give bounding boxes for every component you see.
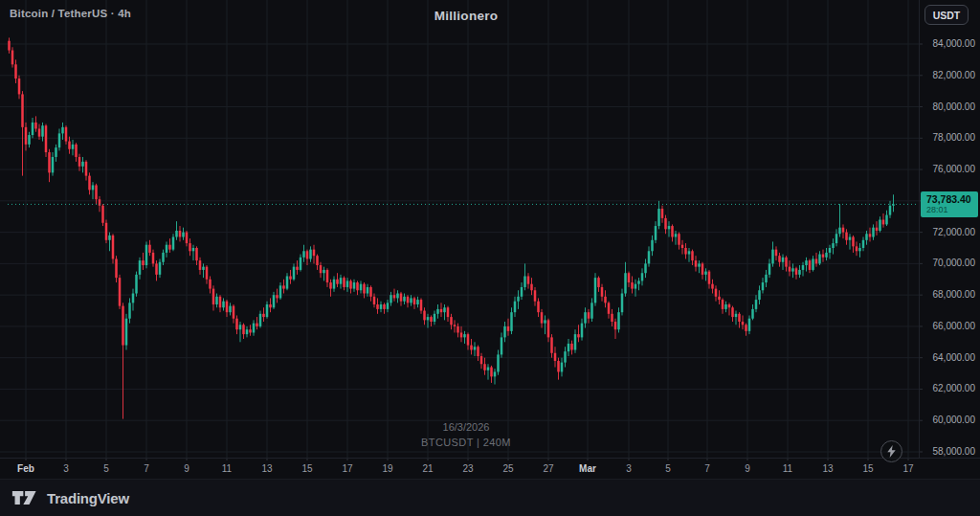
price-axis[interactable]: 84,000.0082,000.0080,000.0078,000.0076,0…	[919, 0, 980, 458]
time-axis-label: 11	[222, 463, 232, 474]
price-axis-label: 78,000.00	[933, 132, 976, 143]
price-axis-label: 58,000.00	[933, 446, 976, 457]
time-axis-label: 9	[184, 463, 189, 474]
time-axis-label: Mar	[579, 463, 596, 474]
time-axis-label: Feb	[17, 463, 34, 474]
time-axis[interactable]: Feb3579111315171921232527Mar357911131517	[0, 458, 980, 480]
price-axis-label: 68,000.00	[933, 289, 976, 300]
time-axis-label: 23	[462, 463, 473, 474]
price-axis-label: 76,000.00	[933, 164, 976, 174]
price-axis-label: 84,000.00	[933, 38, 976, 49]
bar-countdown: 28:01	[926, 205, 978, 215]
time-axis-label: 21	[422, 463, 433, 474]
time-axis-label: 9	[745, 463, 750, 474]
time-axis-label: 11	[783, 463, 792, 474]
time-axis-label: 27	[543, 463, 553, 474]
time-axis-label: 25	[502, 463, 513, 474]
candles	[8, 37, 895, 418]
price-axis-label: 70,000.00	[933, 258, 976, 268]
watermark-symbol: BTCUSDT | 240M	[421, 437, 511, 448]
price-axis-label: 64,000.00	[933, 352, 976, 363]
price-axis-label: 66,000.00	[933, 321, 976, 331]
price-axis-label: 80,000.00	[933, 101, 976, 112]
last-price-label: 73,783.40 28:01	[921, 191, 978, 217]
price-axis-label: 72,000.00	[933, 227, 976, 237]
symbol-title[interactable]: Bitcoin / TetherUS · 4h	[10, 8, 131, 19]
instant-trading-button[interactable]	[880, 440, 902, 462]
time-axis-label: 13	[261, 463, 272, 474]
time-axis-label: 3	[626, 463, 632, 474]
lightning-icon	[886, 445, 897, 458]
chart-root: Bitcoin / TetherUS · 4h Millionero USDT …	[0, 0, 980, 516]
tradingview-logo	[11, 489, 40, 506]
price-axis-label: 62,000.00	[933, 383, 976, 393]
grid-lines	[0, 0, 923, 460]
time-axis-label: 17	[902, 463, 913, 474]
time-axis-label: 15	[862, 463, 873, 474]
time-axis-label: 15	[301, 463, 312, 474]
time-axis-label: 13	[822, 463, 833, 474]
time-axis-label: 7	[704, 463, 710, 474]
time-axis-label: 19	[382, 463, 392, 474]
time-axis-label: 17	[342, 463, 352, 474]
time-axis-label: 5	[103, 463, 109, 474]
page-title: Millionero	[434, 9, 499, 23]
watermark-date: 16/3/2026	[443, 421, 490, 433]
time-axis-label: 3	[63, 463, 69, 474]
price-axis-label: 60,000.00	[933, 415, 976, 425]
time-axis-label: 5	[665, 463, 671, 474]
price-axis-label: 82,000.00	[933, 70, 976, 80]
tradingview-link[interactable]: TradingView	[11, 489, 129, 506]
time-axis-label: 7	[144, 463, 149, 474]
tradingview-label: TradingView	[47, 490, 129, 506]
last-price-value: 73,783.40	[926, 193, 978, 205]
footer-bar: TradingView	[0, 479, 980, 516]
